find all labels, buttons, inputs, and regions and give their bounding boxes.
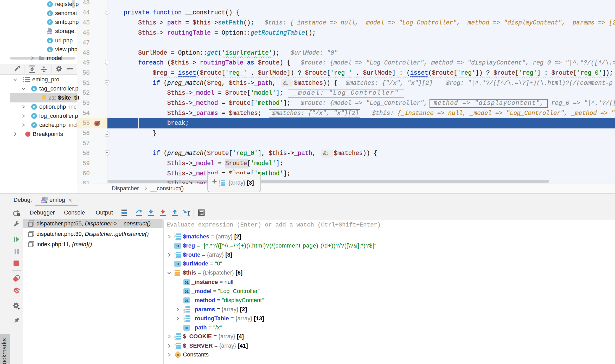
svg-text:01: 01 — [185, 299, 189, 303]
svg-text:c: c — [33, 105, 35, 109]
svg-text:c: c — [49, 47, 51, 51]
svg-text:3: 3 — [174, 256, 176, 259]
svg-text:c: c — [49, 11, 51, 15]
svg-text:01: 01 — [185, 290, 189, 294]
svg-text:c: c — [33, 114, 35, 118]
svg-text:01: 01 — [185, 281, 189, 284]
svg-text:01: 01 — [176, 262, 180, 266]
svg-text:c: c — [177, 353, 179, 357]
svg-text:01: 01 — [176, 244, 180, 248]
svg-text:3: 3 — [174, 347, 176, 350]
svg-text:c: c — [49, 20, 51, 24]
svg-text:c: c — [33, 123, 35, 127]
svg-text:3: 3 — [183, 320, 185, 323]
svg-text:c: c — [33, 86, 35, 91]
svg-text:c: c — [49, 2, 51, 6]
svg-text:3: 3 — [219, 184, 220, 187]
svg-text:PHP: PHP — [47, 31, 52, 34]
svg-text:3: 3 — [174, 238, 176, 241]
svg-text:3: 3 — [183, 311, 185, 314]
svg-text:c: c — [49, 38, 51, 43]
svg-text:01: 01 — [185, 326, 189, 330]
svg-text:3: 3 — [174, 338, 176, 341]
